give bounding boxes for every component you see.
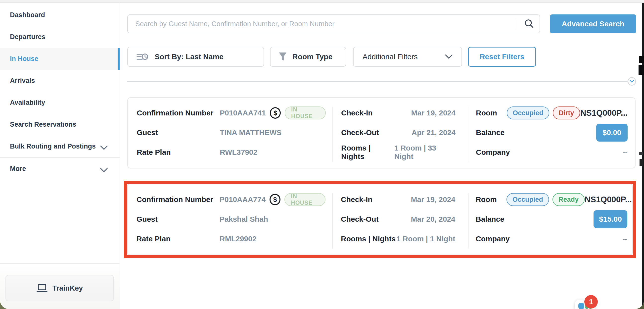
check-in-row: Check-In Mar 19, 2024 (341, 192, 455, 207)
window-edge-artifact (638, 65, 644, 75)
check-out-value: Mar 20, 2024 (411, 215, 455, 223)
rooms-nights-value: 1 Room | 1 Night (396, 235, 455, 243)
room-label: Room (476, 195, 506, 204)
confirmation-number-value: P010AAA774 (220, 195, 266, 204)
card-room-column: Room Occupied Ready NS1Q000P... Balance … (476, 184, 627, 254)
window-edge-artifact (639, 152, 643, 155)
in-house-status-badge: IN HOUSE (284, 193, 326, 206)
company-row: Company -- (476, 232, 627, 246)
rooms-nights-row: Rooms | Nights 1 Room | 33 Night (341, 145, 456, 159)
app-background: Dashboard Departures In House Arrivals A… (0, 0, 644, 309)
sidebar-item-label: Search Reservations (10, 121, 76, 128)
sidebar-item-arrivals[interactable]: Arrivals (0, 70, 120, 92)
check-in-label: Check-In (341, 109, 373, 117)
additional-filters-dropdown[interactable]: Additional Filters (353, 47, 462, 67)
payment-dollar-icon: $ (270, 107, 281, 119)
rate-plan-label: Rate Plan (136, 235, 220, 243)
balance-label: Balance (476, 128, 504, 137)
check-in-value: Mar 19, 2024 (411, 195, 455, 204)
guest-label: Guest (137, 128, 220, 137)
search-icon[interactable] (522, 17, 536, 31)
in-house-status-badge: IN HOUSE (285, 107, 326, 119)
balance-row: Balance $0.00 (476, 125, 628, 140)
card-column-divider (468, 193, 469, 248)
rooms-nights-label: Rooms | Nights (341, 144, 394, 161)
confirmation-row: Confirmation Number P010AAA741 $ IN HOUS… (137, 106, 326, 120)
sidebar-item-departures[interactable]: Departures (0, 26, 120, 48)
card-guest-column: Confirmation Number P010AAA741 $ IN HOUS… (137, 98, 326, 168)
guest-label: Guest (136, 215, 220, 223)
sidebar-item-search-reservations[interactable]: Search Reservations (0, 113, 120, 135)
confirmation-number-label: Confirmation Number (136, 195, 220, 204)
sort-by-dropdown[interactable]: Sort By: Last Name (127, 47, 264, 67)
advanced-search-button[interactable]: Advanced Search (550, 15, 636, 33)
laptop-icon (36, 284, 48, 292)
room-occupied-badge: Occupied (506, 193, 549, 206)
sidebar-nav: Dashboard Departures In House Arrivals A… (0, 3, 120, 180)
reservation-card[interactable]: Confirmation Number P010AAA774 $ IN HOUS… (127, 184, 633, 255)
search-input[interactable] (127, 15, 540, 33)
window-top-chrome (0, 0, 644, 3)
sidebar-item-availability[interactable]: Availability (0, 92, 120, 113)
sidebar-item-label: Bulk Routing and Postings (10, 143, 96, 150)
chevron-down-icon (100, 166, 108, 174)
reset-filters-button[interactable]: Reset Filters (468, 47, 536, 67)
guest-row: Guest TINA MATTHEWS (137, 125, 326, 140)
room-dirty-badge: Dirty (553, 107, 580, 119)
card-dates-column: Check-In Mar 19, 2024 Check-Out Apr 21, … (341, 98, 456, 168)
confirmation-row: Confirmation Number P010AAA774 $ IN HOUS… (136, 192, 326, 207)
room-row: Room Occupied Ready NS1Q000P... (476, 192, 627, 207)
sidebar-item-more[interactable]: More (0, 158, 120, 180)
check-out-value: Apr 21, 2024 (412, 128, 456, 137)
room-type-dropdown[interactable]: Room Type (270, 47, 346, 67)
results-divider (127, 81, 628, 82)
sidebar-item-bulk-routing[interactable]: Bulk Routing and Postings (0, 135, 120, 157)
rooms-nights-value: 1 Room | 33 Night (394, 144, 456, 161)
sidebar-footer: TrainKey (0, 264, 120, 309)
room-number-value: NS1Q000P... (580, 108, 628, 118)
check-in-value: Mar 19, 2024 (411, 109, 456, 117)
sidebar-item-label: Availability (10, 99, 45, 107)
balance-button[interactable]: $15.00 (594, 210, 627, 228)
rate-plan-value: RML29902 (220, 235, 256, 243)
company-row: Company -- (476, 145, 628, 159)
app-window: Dashboard Departures In House Arrivals A… (0, 0, 644, 309)
sidebar-item-in-house[interactable]: In House (0, 48, 120, 70)
check-in-label: Check-In (341, 195, 372, 204)
company-label: Company (476, 235, 510, 243)
sidebar: Dashboard Departures In House Arrivals A… (0, 3, 120, 309)
room-number-value: NS1Q000P... (584, 195, 632, 204)
window-edge-scrollbar[interactable] (642, 3, 644, 309)
card-guest-column: Confirmation Number P010AAA774 $ IN HOUS… (136, 184, 326, 254)
sidebar-item-label: More (10, 165, 26, 173)
sort-clock-icon (136, 52, 148, 61)
sidebar-item-label: Arrivals (10, 77, 35, 85)
company-value: -- (622, 235, 627, 243)
guest-name-value: TINA MATTHEWS (220, 128, 282, 137)
check-out-row: Check-Out Apr 21, 2024 (341, 125, 456, 140)
confirmation-number-label: Confirmation Number (137, 109, 220, 117)
rate-plan-row: Rate Plan RWL37902 (137, 145, 326, 159)
company-label: Company (476, 148, 510, 156)
collapse-chevron-button[interactable] (628, 77, 636, 86)
rooms-nights-label: Rooms | Nights (341, 235, 396, 243)
room-ready-badge: Ready (552, 193, 584, 206)
selection-highlight-box: Confirmation Number P010AAA774 $ IN HOUS… (124, 181, 636, 258)
sidebar-item-label: Departures (10, 33, 46, 41)
check-in-row: Check-In Mar 19, 2024 (341, 106, 456, 120)
balance-button[interactable]: $0.00 (596, 124, 628, 142)
guest-name-value: Pakshal Shah (220, 215, 268, 223)
check-out-row: Check-Out Mar 20, 2024 (341, 212, 455, 226)
reservation-card[interactable]: Confirmation Number P010AAA741 $ IN HOUS… (127, 97, 636, 168)
rate-plan-row: Rate Plan RML29902 (136, 232, 326, 246)
funnel-icon (278, 52, 287, 62)
card-column-divider (332, 107, 333, 162)
sidebar-item-dashboard[interactable]: Dashboard (0, 4, 120, 26)
confirmation-number-value: P010AAA741 (220, 109, 266, 117)
trainkey-button[interactable]: TrainKey (6, 275, 114, 301)
chevron-down-icon (445, 55, 452, 59)
room-label: Room (476, 109, 507, 117)
card-dates-column: Check-In Mar 19, 2024 Check-Out Mar 20, … (341, 184, 455, 254)
additional-filters-label: Additional Filters (362, 53, 418, 61)
sidebar-item-label: Dashboard (10, 11, 45, 19)
